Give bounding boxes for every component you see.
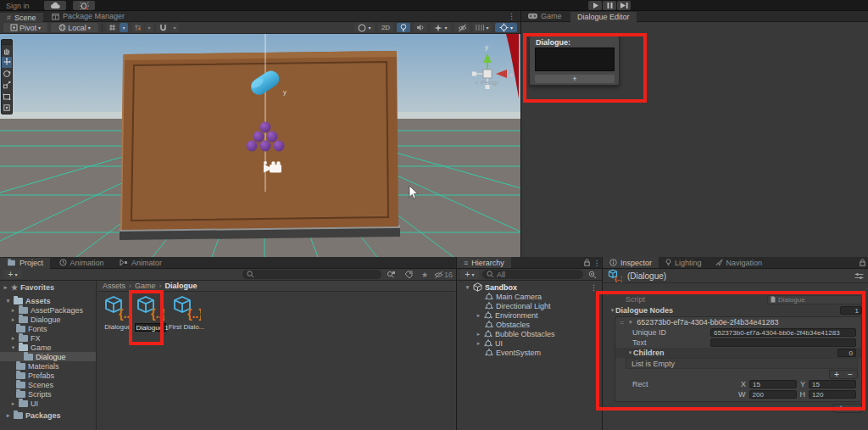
node-element-header[interactable]: = ▾ 652373b0-ef7a-4304-bb0e-2f4b34e41283 [615, 317, 861, 327]
grid-visibility-dropdown[interactable]: ▾ [473, 23, 492, 32]
sign-in-button[interactable]: Sign in [6, 2, 30, 10]
hierarchy-search-input[interactable]: All [482, 270, 583, 279]
scale-tool-button[interactable] [2, 80, 12, 91]
rect-y-field[interactable]: 15 [809, 380, 856, 388]
breadcrumb-game[interactable]: Game [135, 282, 156, 290]
collab-bug-button[interactable] [73, 1, 95, 10]
hierarchy-item-sandbox[interactable]: ▾ Sandbox ⋮ [462, 282, 603, 292]
tree-item-assetpackages[interactable]: ▸AssetPackages [8, 305, 83, 315]
inspector-lock-icon[interactable] [856, 259, 868, 266]
tree-item-game[interactable]: ▾Game [8, 343, 52, 352]
tree-item-fx[interactable]: ▸FX [8, 333, 41, 343]
step-button[interactable] [617, 1, 631, 10]
persp-label[interactable]: < Persp [475, 79, 498, 87]
2d-toggle[interactable]: 2D [378, 23, 393, 32]
nodes-remove-button[interactable]: − [848, 405, 861, 412]
presets-icon[interactable] [854, 272, 864, 280]
rect-w-field[interactable]: 200 [749, 390, 797, 399]
nodes-add-button[interactable]: + [834, 405, 848, 412]
hierarchy-menu[interactable]: ⋮ [592, 259, 602, 267]
pivot-dropdown[interactable]: Pivot▾ [3, 23, 47, 32]
scene-options-menu[interactable]: ⋮ [590, 283, 598, 292]
rect-x-field[interactable]: 15 [749, 380, 797, 388]
hidden-packages-toggle[interactable]: 16 [434, 271, 453, 279]
asset-first-dialogue[interactable]: {..} First Dialo... [168, 295, 205, 331]
project-create-button[interactable]: +▾ [3, 270, 22, 279]
breadcrumb-assets[interactable]: Assets [103, 282, 125, 290]
children-header[interactable]: ▾ Children 0 [615, 348, 861, 358]
asset-dialogue-1[interactable]: {..} Dialogue 1 [134, 295, 166, 332]
tree-item-scenes[interactable]: Scenes [14, 380, 53, 389]
script-object-field[interactable]: Dialogue [767, 295, 862, 304]
breadcrumb-dialogue[interactable]: Dialogue [165, 282, 198, 290]
text-field[interactable] [710, 338, 856, 347]
tree-item-packages[interactable]: ▸Packages [3, 410, 61, 420]
tree-item-materials[interactable]: Materials [14, 361, 59, 371]
pause-button[interactable] [603, 1, 616, 10]
move-snap-button[interactable] [131, 23, 144, 32]
tab-package-manager[interactable]: Package Manager [45, 11, 131, 21]
scene-audio-toggle[interactable] [414, 23, 427, 32]
children-add-button[interactable]: + [830, 371, 843, 378]
drag-handle-icon[interactable]: = [620, 318, 624, 327]
tab-navigation[interactable]: Navigation [709, 257, 770, 268]
scene-viewport[interactable]: y [0, 34, 520, 257]
magnet-snap-button[interactable] [157, 23, 170, 32]
play-button[interactable] [588, 1, 602, 10]
grid-snap-dropdown[interactable]: ▾ [120, 23, 128, 32]
scene-panel-menu[interactable]: ⋮ [508, 12, 515, 20]
grid-snap-button[interactable] [106, 23, 119, 32]
tree-item-fonts[interactable]: Fonts [14, 324, 47, 333]
hierarchy-item-environment[interactable]: ▸Environment [473, 310, 538, 320]
tree-item-assets[interactable]: ▾Assets [3, 296, 51, 305]
children-remove-button[interactable]: − [843, 371, 857, 378]
tree-item-prefabs[interactable]: Prefabs [14, 371, 54, 380]
tab-project[interactable]: Project [0, 258, 50, 269]
move-snap-dropdown[interactable]: ▾ [145, 23, 153, 32]
hierarchy-item-obstacles[interactable]: Obstacles [482, 320, 530, 329]
hierarchy-lock-icon[interactable] [581, 259, 592, 266]
hierarchy-item-main-camera[interactable]: Main Camera [482, 292, 542, 301]
hierarchy-item-ui[interactable]: ▸UI [473, 338, 503, 348]
children-count-field[interactable]: 0 [837, 349, 856, 357]
tab-inspector[interactable]: Inspector [603, 257, 659, 268]
dialogue-add-button[interactable]: + [535, 75, 615, 83]
rotate-tool-button[interactable] [2, 68, 12, 79]
dialogue-text-area[interactable] [535, 47, 615, 71]
dialogue-node[interactable]: Dialogue: + [529, 36, 620, 86]
tree-item-scripts[interactable]: Scripts [14, 389, 52, 399]
project-search-input[interactable] [242, 270, 381, 279]
move-tool-button[interactable] [2, 57, 12, 68]
search-by-label-button[interactable] [402, 271, 415, 279]
tab-hierarchy[interactable]: ≡Hierarchy [457, 257, 511, 268]
scene-visibility-toggle[interactable] [454, 23, 470, 32]
transform-tool-button[interactable] [2, 103, 12, 114]
tree-item-dialogue[interactable]: ▸Dialogue [8, 315, 61, 324]
asset-rename-input[interactable]: Dialogue 1 [135, 323, 166, 332]
tab-animation[interactable]: Animation [53, 257, 111, 268]
tree-item-favorites[interactable]: ▸★Favorites [0, 282, 54, 292]
unique-id-field[interactable]: 652373b0-ef7a-4304-bb0e-2f4b34e41283 [710, 328, 856, 337]
hierarchy-create-button[interactable]: +▾ [460, 270, 479, 279]
tab-scene[interactable]: #Scene [0, 13, 43, 23]
rect-tool-button[interactable] [2, 91, 12, 102]
gizmo-dropdown[interactable]: ▾ [495, 23, 517, 32]
nodes-count-field[interactable]: 1 [840, 306, 862, 315]
tree-item-game-dialogue[interactable]: Dialogue [0, 352, 97, 361]
tab-animator[interactable]: Animator [113, 257, 169, 268]
hand-tool-button[interactable] [2, 45, 12, 56]
tree-item-ui[interactable]: ▸UI [8, 399, 38, 408]
rect-h-field[interactable]: 120 [809, 390, 856, 399]
scene-effects-dropdown[interactable]: ▾ [431, 23, 451, 32]
shading-mode-dropdown[interactable]: ▾ [354, 23, 375, 32]
magnet-snap-dropdown[interactable]: ▾ [170, 23, 179, 32]
dialogue-nodes-header[interactable]: ▾ Dialogue Nodes 1 [603, 305, 868, 316]
hierarchy-item-bubble-obstacles[interactable]: ▸Bubble Obstacles [473, 329, 555, 338]
tab-dialogue-editor[interactable]: Dialogue Editor [570, 12, 637, 22]
local-dropdown[interactable]: Local▾ [51, 23, 98, 32]
scene-lighting-toggle[interactable] [397, 23, 410, 32]
asset-dialogue[interactable]: {..} Dialogue [102, 295, 134, 331]
tab-lighting[interactable]: Lighting [659, 257, 709, 268]
search-by-type-button[interactable] [385, 271, 398, 279]
hierarchy-item-eventsystem[interactable]: EventSystem [482, 348, 541, 357]
